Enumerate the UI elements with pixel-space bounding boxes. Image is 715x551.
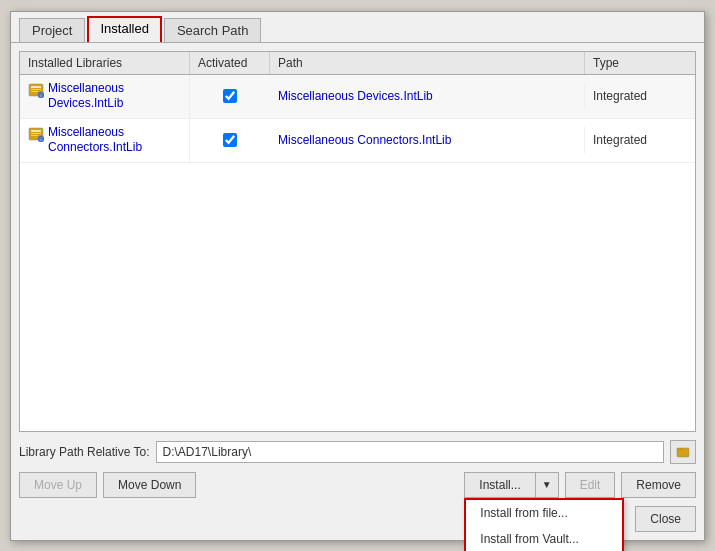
- edit-button[interactable]: Edit: [565, 472, 616, 498]
- lib-name-cell-0: i Miscellaneous Devices.IntLib: [20, 75, 190, 118]
- install-from-vault-item[interactable]: Install from Vault...: [466, 526, 622, 552]
- tab-installed[interactable]: Installed: [87, 16, 161, 42]
- tab-search-path[interactable]: Search Path: [164, 18, 262, 42]
- install-dropdown-button[interactable]: ▼: [535, 472, 559, 498]
- header-installed-libraries: Installed Libraries: [20, 52, 190, 74]
- lib-name-0: Miscellaneous Devices.IntLib: [48, 81, 181, 112]
- bottom-buttons: Move Up Move Down Install... ▼ Install f…: [19, 472, 696, 498]
- lib-name-1: Miscellaneous Connectors.IntLib: [48, 125, 181, 156]
- svg-rect-8: [31, 133, 41, 134]
- header-type: Type: [585, 52, 695, 74]
- remove-button[interactable]: Remove: [621, 472, 696, 498]
- svg-rect-2: [31, 89, 41, 90]
- browse-path-button[interactable]: [670, 440, 696, 464]
- type-cell-0: Integrated: [585, 83, 695, 109]
- move-down-button[interactable]: Move Down: [103, 472, 196, 498]
- tab-project[interactable]: Project: [19, 18, 85, 42]
- svg-text:i: i: [41, 93, 42, 98]
- svg-rect-3: [31, 91, 38, 92]
- libraries-table-container: Installed Libraries Activated Path Type: [19, 51, 696, 432]
- install-button[interactable]: Install...: [464, 472, 534, 498]
- install-dropdown-menu: Install from file... Install from Vault.…: [464, 498, 624, 552]
- folder-icon: [676, 445, 690, 459]
- library-path-row: Library Path Relative To:: [19, 440, 696, 464]
- table-header: Installed Libraries Activated Path Type: [20, 52, 695, 75]
- lib-icon-0: i: [28, 82, 44, 98]
- dialog: Project Installed Search Path Installed …: [10, 11, 705, 541]
- install-group: Install... ▼ Install from file... Instal…: [464, 472, 558, 498]
- lib-icon-1: i: [28, 126, 44, 142]
- svg-rect-13: [677, 448, 682, 450]
- move-up-button[interactable]: Move Up: [19, 472, 97, 498]
- lib-name-cell-1: i Miscellaneous Connectors.IntLib: [20, 119, 190, 162]
- table-body: i Miscellaneous Devices.IntLib Miscellan…: [20, 75, 695, 431]
- library-path-input[interactable]: [156, 441, 664, 463]
- activated-cell-0[interactable]: [190, 83, 270, 109]
- svg-rect-9: [31, 135, 38, 136]
- svg-rect-1: [31, 86, 41, 88]
- install-from-file-item[interactable]: Install from file...: [466, 500, 622, 526]
- activated-cell-1[interactable]: [190, 127, 270, 153]
- main-content: Installed Libraries Activated Path Type: [11, 43, 704, 506]
- tab-bar: Project Installed Search Path: [11, 12, 704, 43]
- close-button[interactable]: Close: [635, 506, 696, 532]
- header-path: Path: [270, 52, 585, 74]
- svg-text:i: i: [41, 137, 42, 142]
- table-row: i Miscellaneous Connectors.IntLib Miscel…: [20, 119, 695, 163]
- header-activated: Activated: [190, 52, 270, 74]
- path-cell-0: Miscellaneous Devices.IntLib: [270, 83, 585, 109]
- activated-checkbox-1[interactable]: [223, 133, 237, 147]
- table-row: i Miscellaneous Devices.IntLib Miscellan…: [20, 75, 695, 119]
- library-path-label: Library Path Relative To:: [19, 445, 150, 459]
- activated-checkbox-0[interactable]: [223, 89, 237, 103]
- path-cell-1: Miscellaneous Connectors.IntLib: [270, 127, 585, 153]
- type-cell-1: Integrated: [585, 127, 695, 153]
- svg-rect-7: [31, 130, 41, 132]
